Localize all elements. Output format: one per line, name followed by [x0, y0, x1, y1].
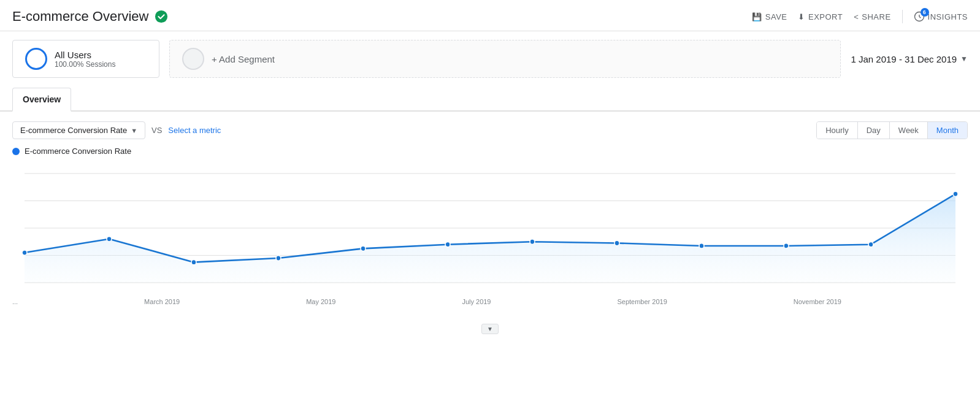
x-label-1: March 2019 — [144, 298, 180, 305]
chart-area: ... March 2019 May 2019 July 2019 Septem… — [0, 161, 980, 320]
date-range-button[interactable]: 1 Jan 2019 - 31 Dec 2019 ▼ — [851, 54, 968, 64]
svg-point-15 — [699, 243, 704, 248]
add-segment-button[interactable]: + Add Segment — [169, 40, 841, 78]
svg-point-11 — [361, 246, 366, 251]
save-icon: 💾 — [752, 12, 762, 21]
time-granularity: Hourly Day Week Month — [816, 121, 968, 139]
metric-label: E-commerce Conversion Rate — [20, 126, 127, 135]
page-title: E-commerce Overview — [12, 9, 148, 25]
header-actions: 💾 SAVE ⬇ EXPORT < SHARE 6 INSIGHTS — [752, 10, 968, 23]
metric-dropdown[interactable]: E-commerce Conversion Rate ▼ — [12, 121, 145, 139]
x-label-3: July 2019 — [462, 298, 491, 305]
segment-info: All Users 100.00% Sessions — [55, 50, 115, 69]
scroll-button[interactable]: ▼ — [481, 324, 499, 334]
all-users-segment: All Users 100.00% Sessions — [12, 40, 159, 78]
x-label-2: May 2019 — [306, 298, 335, 305]
svg-point-12 — [445, 242, 450, 247]
svg-point-10 — [276, 256, 281, 261]
segment-circle — [25, 48, 47, 70]
segments-left: All Users 100.00% Sessions + Add Segment — [12, 40, 841, 78]
legend-label: E-commerce Conversion Rate — [25, 147, 131, 156]
svg-point-18 — [953, 191, 958, 196]
metric-dropdown-arrow-icon: ▼ — [131, 127, 137, 134]
date-range-label: 1 Jan 2019 - 31 Dec 2019 — [851, 54, 957, 64]
hourly-button[interactable]: Hourly — [817, 122, 858, 139]
svg-point-9 — [191, 259, 196, 264]
chart-controls: E-commerce Conversion Rate ▼ VS Select a… — [0, 112, 980, 144]
line-chart — [12, 161, 968, 296]
svg-point-8 — [107, 237, 112, 242]
save-button[interactable]: 💾 SAVE — [752, 12, 787, 21]
svg-point-0 — [155, 10, 167, 23]
x-label-0: ... — [12, 298, 18, 305]
insights-button[interactable]: 6 INSIGHTS — [914, 11, 968, 22]
verified-icon — [155, 10, 168, 23]
export-button[interactable]: ⬇ EXPORT — [798, 12, 843, 21]
share-icon: < — [854, 12, 859, 21]
add-segment-circle — [182, 48, 204, 70]
month-button[interactable]: Month — [928, 122, 967, 139]
segments-row: All Users 100.00% Sessions + Add Segment… — [0, 31, 980, 86]
segment-name: All Users — [55, 50, 115, 60]
svg-point-13 — [530, 239, 535, 244]
svg-point-14 — [614, 240, 619, 245]
week-button[interactable]: Week — [890, 122, 928, 139]
metric-selector: E-commerce Conversion Rate ▼ VS Select a… — [12, 121, 221, 139]
svg-point-16 — [784, 243, 789, 248]
header-left: E-commerce Overview — [12, 9, 168, 25]
select-metric-link[interactable]: Select a metric — [168, 126, 221, 135]
chart-legend: E-commerce Conversion Rate — [0, 144, 980, 161]
vs-label: VS — [151, 126, 162, 135]
scroll-indicator: ▼ — [0, 320, 980, 337]
tabs-row: Overview — [0, 86, 980, 112]
legend-dot — [12, 148, 20, 155]
insights-icon: 6 — [914, 11, 925, 22]
page-header: E-commerce Overview 💾 SAVE ⬇ EXPORT < SH… — [0, 0, 980, 31]
export-icon: ⬇ — [798, 12, 805, 21]
x-label-5: November 2019 — [794, 298, 841, 305]
x-axis-labels: ... March 2019 May 2019 July 2019 Septem… — [12, 296, 968, 305]
segment-sub: 100.00% Sessions — [55, 60, 115, 69]
tab-overview[interactable]: Overview — [12, 88, 71, 112]
add-segment-label: + Add Segment — [212, 54, 275, 64]
x-label-4: September 2019 — [617, 298, 667, 305]
day-button[interactable]: Day — [858, 122, 890, 139]
date-range-chevron-icon: ▼ — [960, 55, 968, 63]
header-divider — [902, 10, 903, 23]
svg-point-17 — [868, 242, 873, 247]
share-button[interactable]: < SHARE — [854, 12, 890, 21]
svg-point-7 — [22, 250, 27, 255]
